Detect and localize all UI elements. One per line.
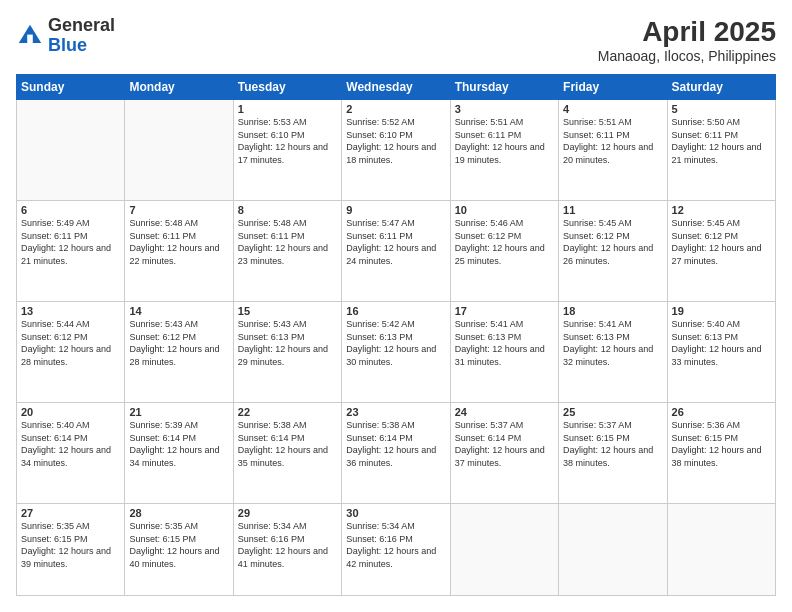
- logo-blue: Blue: [48, 35, 87, 55]
- day-number: 11: [563, 204, 662, 216]
- day-number: 19: [672, 305, 771, 317]
- cell-info: Sunrise: 5:45 AM Sunset: 6:12 PM Dayligh…: [563, 217, 662, 267]
- cell-4-7: 26Sunrise: 5:36 AM Sunset: 6:15 PM Dayli…: [667, 403, 775, 504]
- col-tuesday: Tuesday: [233, 75, 341, 100]
- cell-1-4: 2Sunrise: 5:52 AM Sunset: 6:10 PM Daylig…: [342, 100, 450, 201]
- cell-5-4: 30Sunrise: 5:34 AM Sunset: 6:16 PM Dayli…: [342, 504, 450, 596]
- page: General Blue April 2025 Manaoag, Ilocos,…: [0, 0, 792, 612]
- calendar-header-row: Sunday Monday Tuesday Wednesday Thursday…: [17, 75, 776, 100]
- week-row-1: 1Sunrise: 5:53 AM Sunset: 6:10 PM Daylig…: [17, 100, 776, 201]
- cell-info: Sunrise: 5:36 AM Sunset: 6:15 PM Dayligh…: [672, 419, 771, 469]
- cell-3-1: 13Sunrise: 5:44 AM Sunset: 6:12 PM Dayli…: [17, 302, 125, 403]
- day-number: 30: [346, 507, 445, 519]
- cell-5-2: 28Sunrise: 5:35 AM Sunset: 6:15 PM Dayli…: [125, 504, 233, 596]
- cell-info: Sunrise: 5:40 AM Sunset: 6:14 PM Dayligh…: [21, 419, 120, 469]
- cell-info: Sunrise: 5:38 AM Sunset: 6:14 PM Dayligh…: [238, 419, 337, 469]
- cell-1-1: [17, 100, 125, 201]
- day-number: 18: [563, 305, 662, 317]
- day-number: 3: [455, 103, 554, 115]
- cell-4-4: 23Sunrise: 5:38 AM Sunset: 6:14 PM Dayli…: [342, 403, 450, 504]
- cell-4-6: 25Sunrise: 5:37 AM Sunset: 6:15 PM Dayli…: [559, 403, 667, 504]
- cell-info: Sunrise: 5:51 AM Sunset: 6:11 PM Dayligh…: [455, 116, 554, 166]
- day-number: 20: [21, 406, 120, 418]
- cell-info: Sunrise: 5:37 AM Sunset: 6:15 PM Dayligh…: [563, 419, 662, 469]
- day-number: 25: [563, 406, 662, 418]
- cell-4-3: 22Sunrise: 5:38 AM Sunset: 6:14 PM Dayli…: [233, 403, 341, 504]
- cell-3-6: 18Sunrise: 5:41 AM Sunset: 6:13 PM Dayli…: [559, 302, 667, 403]
- cell-2-3: 8Sunrise: 5:48 AM Sunset: 6:11 PM Daylig…: [233, 201, 341, 302]
- cell-info: Sunrise: 5:34 AM Sunset: 6:16 PM Dayligh…: [238, 520, 337, 570]
- cell-info: Sunrise: 5:51 AM Sunset: 6:11 PM Dayligh…: [563, 116, 662, 166]
- cell-3-5: 17Sunrise: 5:41 AM Sunset: 6:13 PM Dayli…: [450, 302, 558, 403]
- calendar-subtitle: Manaoag, Ilocos, Philippines: [598, 48, 776, 64]
- cell-5-3: 29Sunrise: 5:34 AM Sunset: 6:16 PM Dayli…: [233, 504, 341, 596]
- cell-3-7: 19Sunrise: 5:40 AM Sunset: 6:13 PM Dayli…: [667, 302, 775, 403]
- day-number: 29: [238, 507, 337, 519]
- cell-3-2: 14Sunrise: 5:43 AM Sunset: 6:12 PM Dayli…: [125, 302, 233, 403]
- week-row-4: 20Sunrise: 5:40 AM Sunset: 6:14 PM Dayli…: [17, 403, 776, 504]
- day-number: 21: [129, 406, 228, 418]
- week-row-2: 6Sunrise: 5:49 AM Sunset: 6:11 PM Daylig…: [17, 201, 776, 302]
- day-number: 12: [672, 204, 771, 216]
- cell-info: Sunrise: 5:39 AM Sunset: 6:14 PM Dayligh…: [129, 419, 228, 469]
- cell-1-2: [125, 100, 233, 201]
- cell-info: Sunrise: 5:48 AM Sunset: 6:11 PM Dayligh…: [129, 217, 228, 267]
- cell-info: Sunrise: 5:43 AM Sunset: 6:13 PM Dayligh…: [238, 318, 337, 368]
- cell-info: Sunrise: 5:53 AM Sunset: 6:10 PM Dayligh…: [238, 116, 337, 166]
- logo-general: General: [48, 15, 115, 35]
- day-number: 8: [238, 204, 337, 216]
- logo-icon: [16, 22, 44, 50]
- cell-info: Sunrise: 5:41 AM Sunset: 6:13 PM Dayligh…: [563, 318, 662, 368]
- cell-1-6: 4Sunrise: 5:51 AM Sunset: 6:11 PM Daylig…: [559, 100, 667, 201]
- cell-info: Sunrise: 5:35 AM Sunset: 6:15 PM Dayligh…: [129, 520, 228, 570]
- day-number: 15: [238, 305, 337, 317]
- cell-2-7: 12Sunrise: 5:45 AM Sunset: 6:12 PM Dayli…: [667, 201, 775, 302]
- calendar-table: Sunday Monday Tuesday Wednesday Thursday…: [16, 74, 776, 596]
- cell-5-5: [450, 504, 558, 596]
- logo-text: General Blue: [48, 16, 115, 56]
- cell-2-4: 9Sunrise: 5:47 AM Sunset: 6:11 PM Daylig…: [342, 201, 450, 302]
- cell-info: Sunrise: 5:34 AM Sunset: 6:16 PM Dayligh…: [346, 520, 445, 570]
- cell-info: Sunrise: 5:38 AM Sunset: 6:14 PM Dayligh…: [346, 419, 445, 469]
- cell-5-7: [667, 504, 775, 596]
- cell-1-3: 1Sunrise: 5:53 AM Sunset: 6:10 PM Daylig…: [233, 100, 341, 201]
- svg-rect-1: [27, 34, 33, 42]
- cell-5-6: [559, 504, 667, 596]
- day-number: 13: [21, 305, 120, 317]
- day-number: 26: [672, 406, 771, 418]
- col-thursday: Thursday: [450, 75, 558, 100]
- cell-info: Sunrise: 5:40 AM Sunset: 6:13 PM Dayligh…: [672, 318, 771, 368]
- cell-info: Sunrise: 5:46 AM Sunset: 6:12 PM Dayligh…: [455, 217, 554, 267]
- cell-info: Sunrise: 5:48 AM Sunset: 6:11 PM Dayligh…: [238, 217, 337, 267]
- day-number: 27: [21, 507, 120, 519]
- cell-2-6: 11Sunrise: 5:45 AM Sunset: 6:12 PM Dayli…: [559, 201, 667, 302]
- day-number: 28: [129, 507, 228, 519]
- cell-info: Sunrise: 5:45 AM Sunset: 6:12 PM Dayligh…: [672, 217, 771, 267]
- cell-info: Sunrise: 5:44 AM Sunset: 6:12 PM Dayligh…: [21, 318, 120, 368]
- cell-info: Sunrise: 5:43 AM Sunset: 6:12 PM Dayligh…: [129, 318, 228, 368]
- day-number: 23: [346, 406, 445, 418]
- day-number: 4: [563, 103, 662, 115]
- cell-4-2: 21Sunrise: 5:39 AM Sunset: 6:14 PM Dayli…: [125, 403, 233, 504]
- col-sunday: Sunday: [17, 75, 125, 100]
- day-number: 1: [238, 103, 337, 115]
- day-number: 7: [129, 204, 228, 216]
- day-number: 24: [455, 406, 554, 418]
- cell-info: Sunrise: 5:50 AM Sunset: 6:11 PM Dayligh…: [672, 116, 771, 166]
- cell-4-1: 20Sunrise: 5:40 AM Sunset: 6:14 PM Dayli…: [17, 403, 125, 504]
- day-number: 5: [672, 103, 771, 115]
- col-monday: Monday: [125, 75, 233, 100]
- cell-info: Sunrise: 5:47 AM Sunset: 6:11 PM Dayligh…: [346, 217, 445, 267]
- cell-info: Sunrise: 5:49 AM Sunset: 6:11 PM Dayligh…: [21, 217, 120, 267]
- day-number: 17: [455, 305, 554, 317]
- day-number: 9: [346, 204, 445, 216]
- col-wednesday: Wednesday: [342, 75, 450, 100]
- week-row-3: 13Sunrise: 5:44 AM Sunset: 6:12 PM Dayli…: [17, 302, 776, 403]
- cell-info: Sunrise: 5:41 AM Sunset: 6:13 PM Dayligh…: [455, 318, 554, 368]
- cell-2-1: 6Sunrise: 5:49 AM Sunset: 6:11 PM Daylig…: [17, 201, 125, 302]
- cell-1-5: 3Sunrise: 5:51 AM Sunset: 6:11 PM Daylig…: [450, 100, 558, 201]
- day-number: 10: [455, 204, 554, 216]
- logo: General Blue: [16, 16, 115, 56]
- title-block: April 2025 Manaoag, Ilocos, Philippines: [598, 16, 776, 64]
- cell-2-5: 10Sunrise: 5:46 AM Sunset: 6:12 PM Dayli…: [450, 201, 558, 302]
